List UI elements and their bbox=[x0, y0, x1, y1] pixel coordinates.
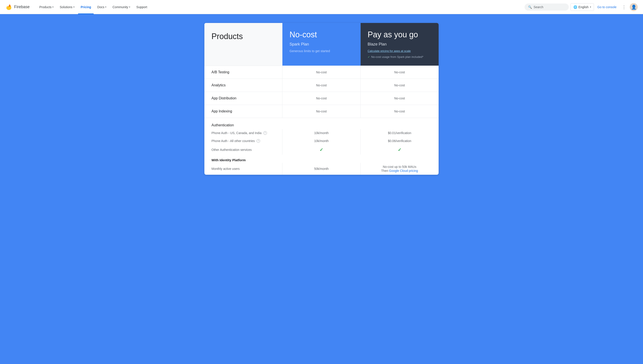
nav-right: 🔍 Search 🌐 English ▾ Go to console ⋮ 👤 bbox=[524, 3, 638, 11]
product-name-app-distribution: App Distribution bbox=[204, 92, 282, 105]
blaze-plan-name: Blaze Plan bbox=[368, 42, 431, 46]
go-to-console-button[interactable]: Go to console bbox=[596, 4, 618, 10]
help-icon[interactable]: ? bbox=[257, 139, 260, 143]
identity-platform-title: With Identity Platform bbox=[204, 154, 439, 163]
table-row: A/B Testing No-cost No-cost bbox=[204, 66, 439, 79]
avatar[interactable]: 👤 bbox=[630, 3, 638, 11]
blaze-value-app-indexing: No-cost bbox=[361, 105, 439, 118]
chevron-down-icon: ▾ bbox=[590, 6, 591, 8]
search-icon: 🔍 bbox=[528, 5, 532, 9]
authentication-section: Authentication Phone Auth - US, Canada, … bbox=[204, 118, 439, 175]
auth-other-label: Other Authentication services bbox=[204, 145, 282, 154]
auth-phone-other-label: Phone Auth - All other countries ? bbox=[204, 137, 282, 145]
table-row: App Distribution No-cost No-cost bbox=[204, 92, 439, 105]
auth-title: Authentication bbox=[212, 123, 275, 127]
monthly-active-users-spark: 50k/month bbox=[282, 163, 360, 175]
auth-phone-us-spark: 10k/month bbox=[282, 129, 360, 137]
products-header-cell: Products bbox=[204, 23, 282, 66]
blaze-value-app-distribution: No-cost bbox=[361, 92, 439, 105]
blaze-tier-label: Pay as you go bbox=[368, 30, 431, 39]
blaze-pricing-link[interactable]: Calculate pricing for apps at scale bbox=[368, 49, 431, 52]
checkmark-icon: ✓ bbox=[368, 56, 370, 58]
chevron-down-icon: ▾ bbox=[129, 6, 130, 8]
table-row: App Indexing No-cost No-cost bbox=[204, 105, 439, 118]
checkmark-icon: ✓ bbox=[398, 147, 401, 152]
spark-description: Generous limits to get started bbox=[289, 49, 353, 53]
spark-plan-name: Spark Plan bbox=[289, 42, 353, 46]
auth-phone-other-spark: 10k/month bbox=[282, 137, 360, 145]
brand-name: Firebase bbox=[14, 5, 30, 9]
search-bar[interactable]: 🔍 Search bbox=[524, 4, 569, 10]
blaze-value-ab-testing: No-cost bbox=[361, 66, 439, 79]
auth-spark-header bbox=[282, 118, 360, 129]
blaze-note: ✓ No-cost usage from Spark plan included… bbox=[368, 55, 431, 58]
blaze-value-analytics: No-cost bbox=[361, 79, 439, 92]
auth-sub-row: Phone Auth - US, Canada, and India ? 10k… bbox=[204, 129, 439, 137]
auth-header-cell: Authentication bbox=[204, 118, 282, 129]
chevron-down-icon: ▾ bbox=[105, 6, 106, 8]
table-header: Products No-cost Spark Plan Generous lim… bbox=[204, 23, 439, 66]
nav-docs[interactable]: Docs ▾ bbox=[95, 4, 109, 10]
nav-support[interactable]: Support bbox=[134, 4, 150, 10]
product-name-app-indexing: App Indexing bbox=[204, 105, 282, 118]
spark-value-app-indexing: No-cost bbox=[282, 105, 360, 118]
spark-header-cell: No-cost Spark Plan Generous limits to ge… bbox=[282, 23, 360, 66]
auth-header-row: Authentication bbox=[204, 118, 439, 129]
pricing-table: Products No-cost Spark Plan Generous lim… bbox=[204, 23, 439, 175]
nav-pricing[interactable]: Pricing bbox=[78, 4, 94, 10]
language-label: English bbox=[578, 5, 589, 9]
more-options-button[interactable]: ⋮ bbox=[620, 3, 628, 11]
globe-icon: 🌐 bbox=[573, 5, 577, 9]
navbar: Firebase Products ▾ Solutions ▾ Pricing … bbox=[0, 0, 643, 14]
monthly-active-users-label: Monthly active users bbox=[204, 163, 282, 175]
monthly-active-users-blaze: No-cost up to 50k MAUs Then Google Cloud… bbox=[361, 163, 439, 175]
nav-community[interactable]: Community ▾ bbox=[110, 4, 133, 10]
content-area: Products No-cost Spark Plan Generous lim… bbox=[200, 14, 443, 184]
chevron-down-icon: ▾ bbox=[73, 6, 75, 8]
spark-tier-label: No-cost bbox=[289, 30, 353, 39]
checkmark-icon: ✓ bbox=[320, 147, 323, 152]
products-title: Products bbox=[212, 32, 243, 41]
auth-other-spark: ✓ bbox=[282, 145, 360, 154]
spark-value-analytics: No-cost bbox=[282, 79, 360, 92]
firebase-flame-icon bbox=[5, 4, 12, 10]
nav-links: Products ▾ Solutions ▾ Pricing Docs ▾ Co… bbox=[37, 4, 524, 10]
auth-phone-other-blaze: $0.06/verification bbox=[361, 137, 439, 145]
table-row: Analytics No-cost No-cost bbox=[204, 79, 439, 92]
firebase-logo[interactable]: Firebase bbox=[5, 4, 30, 10]
page-wrapper: Products No-cost Spark Plan Generous lim… bbox=[0, 14, 643, 197]
google-cloud-pricing-link[interactable]: Google Cloud pricing bbox=[389, 169, 418, 172]
search-label: Search bbox=[534, 5, 543, 9]
auth-sub-row: Other Authentication services ✓ ✓ bbox=[204, 145, 439, 154]
product-name-analytics: Analytics bbox=[204, 79, 282, 92]
language-selector[interactable]: 🌐 English ▾ bbox=[570, 3, 594, 11]
auth-other-blaze: ✓ bbox=[361, 145, 439, 154]
auth-blaze-header bbox=[361, 118, 439, 129]
nav-products[interactable]: Products ▾ bbox=[37, 4, 56, 10]
auth-phone-us-label: Phone Auth - US, Canada, and India ? bbox=[204, 129, 282, 137]
nav-solutions[interactable]: Solutions ▾ bbox=[57, 4, 77, 10]
auth-sub-row: Phone Auth - All other countries ? 10k/m… bbox=[204, 137, 439, 145]
chevron-down-icon: ▾ bbox=[52, 6, 54, 8]
product-name-ab-testing: A/B Testing bbox=[204, 66, 282, 79]
identity-sub-row: Monthly active users 50k/month No-cost u… bbox=[204, 163, 439, 175]
spark-value-ab-testing: No-cost bbox=[282, 66, 360, 79]
blaze-header-cell: Pay as you go Blaze Plan Calculate prici… bbox=[361, 23, 439, 66]
auth-phone-us-blaze: $0.01/verification bbox=[361, 129, 439, 137]
help-icon[interactable]: ? bbox=[263, 131, 267, 135]
spark-value-app-distribution: No-cost bbox=[282, 92, 360, 105]
